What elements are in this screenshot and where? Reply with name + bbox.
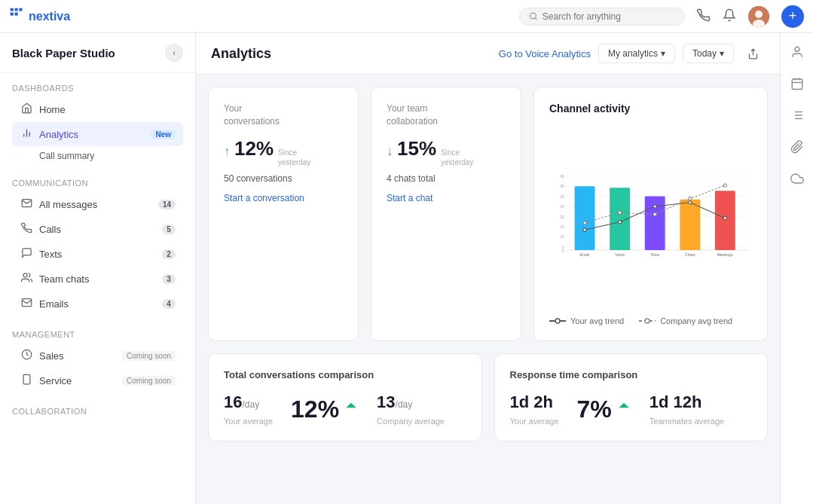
top-cards-row: Your conversations ↑ 12% Sinceyesterday … [208,87,768,341]
sidebar-item-calls[interactable]: Calls 5 [12,217,183,241]
page-header-actions: Go to Voice Analytics My analytics ▾ Tod… [499,44,765,63]
svg-point-51 [583,221,586,225]
voice-analytics-link[interactable]: Go to Voice Analytics [499,48,591,60]
sidebar-collapse-button[interactable]: ‹ [165,44,183,62]
team-chats-badge: 3 [162,274,176,284]
sidebar: Black Paper Studio ‹ Dashboards Home [0,33,196,504]
team-chats-label: Team chats [39,273,156,285]
all-messages-icon [20,197,33,211]
avatar[interactable] [748,6,769,27]
start-conversation-link[interactable]: Start a conversation [224,193,343,203]
sidebar-item-call-summary[interactable]: Call summary [12,147,183,165]
chart-title: Channel activity [549,102,752,115]
conversations-count: 50 conversations [224,173,343,184]
right-rail [780,33,813,504]
svg-text:0: 0 [562,249,564,253]
calendar-icon[interactable] [790,77,804,93]
response-teammates-label: Teammates average [649,417,725,426]
start-chat-link[interactable]: Start a chat [387,193,506,203]
team-chats-icon [20,272,33,286]
total-percent-big: 12% [291,396,359,423]
sidebar-item-all-messages[interactable]: All messages 14 [12,192,183,216]
today-label: Today [692,48,717,59]
collaboration-count: 4 chats total [387,173,506,184]
list-icon[interactable] [790,108,804,125]
bell-icon[interactable] [723,8,736,25]
svg-point-55 [723,184,726,187]
emails-label: Emails [39,298,156,310]
analytics-label: Analytics [39,129,145,140]
response-comparison-card: Response time comparison 1d 2h Your aver… [494,353,769,441]
chart-legend: Your avg trend Company avg trend [549,316,752,325]
logo[interactable]: nextiva [9,7,70,26]
all-messages-label: All messages [39,199,152,210]
search-icon [529,11,538,21]
conversations-since: Sinceyesterday [278,148,310,167]
share-button[interactable] [741,44,765,63]
svg-text:20: 20 [560,215,564,219]
conversations-card: Your conversations ↑ 12% Sinceyesterday … [208,87,359,341]
svg-text:Email: Email [580,252,590,257]
svg-point-60 [795,47,799,51]
sidebar-item-service[interactable]: Service Coming soon [12,368,183,393]
sidebar-item-emails[interactable]: Emails 4 [12,292,183,316]
legend-company-avg: Company avg trend [639,316,732,325]
response-your-avg: 1d 2h Your average [510,393,559,426]
total-company-avg: 13/day Company average [377,393,445,426]
collaboration-percent: 15% [397,137,436,160]
add-button[interactable]: + [781,5,804,28]
calls-label: Calls [39,224,156,235]
collaboration-since: Sinceyesterday [441,148,473,167]
content-area: Your conversations ↑ 12% Sinceyesterday … [196,75,780,454]
svg-rect-38 [645,197,665,250]
response-your-label: Your average [510,417,559,426]
section-label-communication: Communication [12,179,183,188]
section-label-management: Management [12,330,183,339]
total-your-avg-num: 16/day [224,393,273,412]
sidebar-item-sales[interactable]: Sales Coming soon [12,344,183,368]
analytics-icon [20,127,33,141]
search-bar[interactable] [519,8,685,26]
collaboration-card-title: Your team collaboration [387,102,506,128]
service-label: Service [39,375,113,386]
svg-point-52 [619,211,622,214]
svg-text:15: 15 [560,225,564,229]
phone-icon[interactable] [697,8,711,25]
sidebar-section-collaboration: Collaboration [0,396,195,423]
total-company-avg-num: 13/day [377,393,445,412]
total-comparison-card: Total conversations comparison 16/day Yo… [208,353,482,441]
today-chevron: ▾ [720,48,724,59]
svg-point-54 [689,197,692,200]
sales-icon [20,349,33,362]
svg-point-46 [583,228,586,231]
svg-point-59 [645,319,649,323]
svg-point-53 [653,212,656,215]
collaboration-arrow-down: ↓ [387,145,393,158]
calls-badge: 5 [162,225,176,234]
home-icon [20,102,33,116]
bar-chart-area: 40 35 30 25 20 15 10 5 0 [549,127,752,307]
svg-text:10: 10 [560,235,564,239]
user-profile-icon[interactable] [790,45,804,62]
share-icon [747,48,759,60]
sidebar-item-team-chats[interactable]: Team chats 3 [12,267,183,291]
search-input[interactable] [543,11,675,22]
my-analytics-dropdown[interactable]: My analytics ▾ [598,44,675,63]
response-teammates-avg: 1d 12h Teammates average [649,393,725,426]
svg-rect-15 [23,374,30,384]
service-coming-soon: Coming soon [122,376,176,386]
top-nav-icons: + [697,5,804,28]
page-header: Analytics Go to Voice Analytics My analy… [196,33,780,75]
sidebar-item-texts[interactable]: Texts 2 [12,242,183,266]
today-dropdown[interactable]: Today ▾ [683,44,734,63]
page-title: Analytics [211,46,487,62]
total-up-icon [344,402,359,417]
top-navigation: nextiva + [0,0,813,33]
sidebar-item-analytics[interactable]: Analytics New [12,122,183,146]
main-content: Analytics Go to Voice Analytics My analy… [196,33,780,504]
total-your-label: Your average [224,417,273,426]
conversations-arrow-up: ↑ [224,145,230,158]
sidebar-item-home[interactable]: Home [12,97,183,121]
cloud-icon[interactable] [790,172,804,188]
paperclip-icon[interactable] [790,140,804,157]
